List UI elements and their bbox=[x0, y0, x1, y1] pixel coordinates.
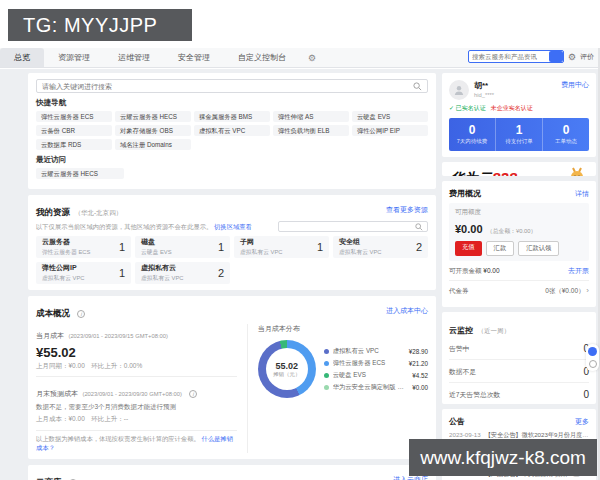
resource-search-input[interactable] bbox=[283, 224, 415, 230]
quick-nav-item-domains[interactable]: 域名注册 Domains bbox=[115, 139, 191, 150]
resource-search[interactable] bbox=[278, 221, 428, 232]
quick-nav-item-hecs[interactable]: 云耀云服务器 HECS bbox=[115, 111, 191, 122]
promo-banner[interactable]: 华为云828 认证付费领免单券（最高可返8280元） bbox=[442, 162, 596, 176]
search-icon[interactable] bbox=[413, 82, 422, 91]
remittance-button[interactable]: 汇款 bbox=[486, 241, 515, 256]
resource-name: 磁盘 bbox=[141, 237, 172, 247]
resource-count: 1 bbox=[119, 267, 125, 279]
mascot-icon bbox=[564, 166, 590, 176]
billing-detail-link[interactable]: 详情 bbox=[575, 189, 589, 199]
billing-title: 费用概况 bbox=[449, 188, 481, 199]
month-cost-amount: ¥55.02 bbox=[36, 345, 237, 360]
verified-badge: ✓ 已实名认证 bbox=[449, 104, 486, 113]
coupon-row[interactable]: 代金券 0张（¥0.00） › bbox=[449, 281, 589, 300]
legend-name: 弹性云服务器 ECS bbox=[333, 359, 403, 368]
resource-service: 虚拟私有云 VPC bbox=[42, 274, 85, 283]
monitor-label: 告警中 bbox=[449, 344, 469, 354]
legend-dot bbox=[324, 349, 329, 354]
resource-card-secgroup[interactable]: 安全组 虚拟私有云 VPC 2 bbox=[333, 236, 428, 258]
gear-icon[interactable]: ⚙ bbox=[568, 52, 576, 62]
monitor-row-alarms[interactable]: 告警中 0 bbox=[449, 337, 589, 360]
resource-service: 虚拟私有云 VPC bbox=[339, 248, 382, 257]
search-icon[interactable] bbox=[415, 223, 423, 231]
announcements-more-link[interactable]: 更多 bbox=[575, 417, 589, 427]
create-invoice-link[interactable]: 去开票 bbox=[568, 266, 589, 276]
marketplace-card: 云商店 i 进入云商店 已购买商品 基础软件 bbox=[28, 465, 436, 480]
tab-custom-console[interactable]: 自定义控制台 bbox=[224, 48, 300, 67]
quick-nav-item-bms[interactable]: 裸金属服务器 BMS bbox=[194, 111, 270, 122]
console-search-input[interactable] bbox=[42, 83, 413, 90]
donut-unit: 摊销（元） bbox=[273, 371, 301, 378]
coupon-label: 代金券 bbox=[449, 287, 469, 296]
tab-security-mgmt[interactable]: 安全管理 bbox=[164, 48, 224, 67]
quick-nav-item-cbr[interactable]: 云备份 CBR bbox=[36, 125, 112, 136]
global-search-input[interactable] bbox=[469, 53, 549, 60]
resource-count: 1 bbox=[218, 241, 224, 253]
monitor-row-week-alarms[interactable]: 近7天告警总次数 0 bbox=[449, 383, 589, 405]
quick-nav-item-evs[interactable]: 云硬盘 EVS bbox=[352, 111, 428, 122]
cost-donut-title: 当月成本分布 bbox=[258, 324, 428, 334]
console-search[interactable] bbox=[36, 79, 428, 93]
switch-region-link[interactable]: 切换区域查看 bbox=[214, 223, 252, 230]
quick-nav-item-eip[interactable]: 弹性公网IP EIP bbox=[352, 125, 428, 136]
stat-tickets[interactable]: 0 工单动态 bbox=[542, 118, 589, 151]
coupon-value: 0张（¥0.00） bbox=[545, 287, 584, 294]
billing-center-link[interactable]: 费用中心 bbox=[561, 80, 589, 90]
info-icon[interactable]: i bbox=[189, 390, 197, 398]
resource-card-vpc[interactable]: 虚拟私有云 虚拟私有云 VPC 2 bbox=[135, 262, 230, 284]
tab-settings-gear-icon[interactable]: ⚙ bbox=[300, 48, 324, 67]
cost-center-link[interactable]: 进入成本中心 bbox=[386, 306, 428, 316]
chevron-right-icon: › bbox=[586, 286, 589, 295]
tab-overview[interactable]: 总览 bbox=[0, 48, 44, 67]
topbar-right-cluster: ⚙ 评价 bbox=[468, 50, 594, 63]
stat-renewals[interactable]: 0 7天内待续费 bbox=[449, 118, 495, 151]
global-search-button[interactable] bbox=[549, 51, 563, 62]
avatar[interactable] bbox=[449, 80, 469, 100]
quick-nav-item-vpc[interactable]: 虚拟私有云 VPC bbox=[194, 125, 270, 136]
topup-button[interactable]: 充值 bbox=[455, 241, 482, 256]
quick-nav-item-as[interactable]: 弹性伸缩 AS bbox=[273, 111, 349, 122]
legend-row-vpc[interactable]: 虚拟私有云 VPC ¥28.90 bbox=[324, 347, 428, 356]
tab-resource-mgmt[interactable]: 资源管理 bbox=[44, 48, 104, 67]
resource-count: 2 bbox=[416, 241, 422, 253]
recent-item-hecs[interactable]: 云耀云服务器 HECS bbox=[36, 168, 124, 179]
feedback-link[interactable]: 评价 bbox=[580, 52, 594, 62]
stat-unpaid-orders[interactable]: 1 待支付订单 bbox=[495, 118, 542, 151]
info-icon[interactable]: i bbox=[77, 310, 85, 318]
cost-legend: 虚拟私有云 VPC ¥28.90 弹性云服务器 ECS ¥21.20 bbox=[324, 344, 428, 395]
quick-nav-item-elb[interactable]: 弹性负载均衡 ELB bbox=[273, 125, 349, 136]
banner-number: 828 bbox=[492, 169, 517, 176]
resource-card-subnet[interactable]: 子网 虚拟私有云 VPC 1 bbox=[234, 236, 329, 258]
quick-nav-item-rds[interactable]: 云数据库 RDS bbox=[36, 139, 112, 150]
view-more-resources-link[interactable]: 查看更多资源 bbox=[386, 205, 428, 215]
legend-dot bbox=[324, 373, 329, 378]
console-content: 快捷导航 弹性云服务器 ECS 云耀云服务器 HECS 裸金属服务器 BMS 弹… bbox=[0, 69, 600, 480]
global-search[interactable] bbox=[468, 50, 564, 63]
quick-nav-item-obs[interactable]: 对象存储服务 OBS bbox=[115, 125, 191, 136]
legend-value: ¥28.90 bbox=[409, 348, 428, 355]
my-resources-card: 我的资源 （华北-北京四） 查看更多资源 以下仅展示当前区域内的资源，其他区域的… bbox=[28, 195, 436, 290]
legend-row-secmaster[interactable]: 华为云安全云脑定制版 H... ¥0.00 bbox=[324, 383, 428, 392]
left-column: 快捷导航 弹性云服务器 ECS 云耀云服务器 HECS 裸金属服务器 BMS 弹… bbox=[28, 73, 436, 480]
legend-name: 华为云安全云脑定制版 H... bbox=[333, 383, 407, 392]
feedback-float-icon[interactable] bbox=[589, 360, 597, 368]
cost-right-panel: 当月成本分布 55.02 摊销（元） bbox=[248, 324, 428, 453]
legend-row-ecs[interactable]: 弹性云服务器 ECS ¥21.20 bbox=[324, 359, 428, 368]
quick-nav-item-ecs[interactable]: 弹性云服务器 ECS bbox=[36, 111, 112, 122]
service-support-icon[interactable] bbox=[588, 347, 597, 356]
legend-row-evs[interactable]: 云硬盘 EVS ¥4.52 bbox=[324, 371, 428, 380]
page: 总览 资源管理 运维管理 安全管理 自定义控制台 ⚙ ⚙ 评价 bbox=[0, 0, 600, 480]
user-icon bbox=[453, 84, 465, 96]
claim-remittance-button[interactable]: 汇款认领 bbox=[518, 241, 559, 256]
resource-card-server[interactable]: 云服务器 弹性云服务器 ECS 1 bbox=[36, 236, 131, 258]
account-name[interactable]: 胡** bbox=[474, 80, 556, 91]
quota-box: 可用额度 ¥0.00 （总金额：¥0.00） 充值 汇款 汇款认领 bbox=[449, 203, 589, 261]
tab-ops-mgmt[interactable]: 运维管理 bbox=[104, 48, 164, 67]
resource-card-eip[interactable]: 弹性公网IP 虚拟私有云 VPC 1 bbox=[36, 262, 131, 284]
alert-badge[interactable]: 未企业实名认证 bbox=[491, 104, 533, 113]
resource-service: 虚拟私有云 VPC bbox=[240, 248, 283, 257]
resource-card-disk[interactable]: 磁盘 云硬盘 EVS 1 bbox=[135, 236, 230, 258]
monitor-row-insufficient[interactable]: 数据不足 0 bbox=[449, 360, 589, 383]
cost-title: 成本概况 bbox=[36, 308, 70, 318]
legend-name: 虚拟私有云 VPC bbox=[333, 347, 403, 356]
